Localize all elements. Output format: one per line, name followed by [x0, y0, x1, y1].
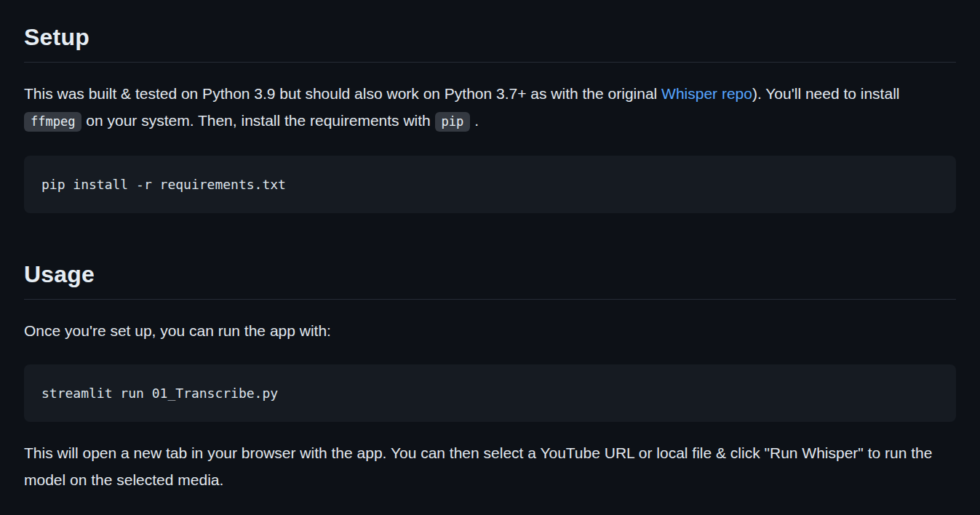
ffmpeg-inline-code: ffmpeg — [24, 112, 81, 132]
usage-outro-paragraph: This will open a new tab in your browser… — [24, 439, 956, 493]
setup-paragraph-text-4: . — [470, 112, 479, 129]
readme-content: Setup This was built & tested on Python … — [0, 0, 980, 515]
usage-heading: Usage — [24, 260, 956, 300]
streamlit-run-code-block: streamlit run 01_Transcribe.py — [24, 364, 956, 422]
usage-intro-paragraph: Once you're set up, you can run the app … — [24, 317, 956, 344]
setup-paragraph-text-2: ). You'll need to install — [752, 85, 899, 102]
pip-install-command: pip install -r requirements.txt — [41, 177, 286, 192]
setup-paragraph-text-1: This was built & tested on Python 3.9 bu… — [24, 85, 661, 102]
setup-paragraph: This was built & tested on Python 3.9 bu… — [24, 80, 956, 135]
whisper-repo-link[interactable]: Whisper repo — [661, 85, 752, 102]
setup-paragraph-text-3: on your system. Then, install the requir… — [81, 112, 434, 129]
streamlit-run-command: streamlit run 01_Transcribe.py — [41, 386, 278, 401]
pip-inline-code: pip — [435, 112, 471, 132]
setup-heading: Setup — [24, 23, 956, 63]
pip-install-code-block: pip install -r requirements.txt — [24, 156, 956, 213]
readme-page: Setup This was built & tested on Python … — [0, 0, 980, 515]
